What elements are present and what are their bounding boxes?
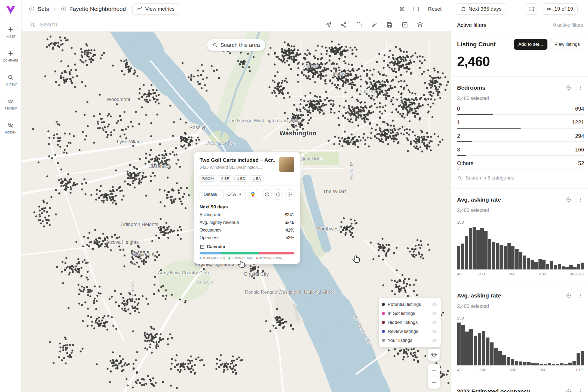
bedroom-label: Others [457, 160, 473, 166]
breadcrumb-sets[interactable]: Sets [38, 6, 49, 12]
add-square-icon[interactable] [401, 21, 409, 29]
google-maps-button[interactable] [248, 189, 258, 200]
ota-button[interactable]: OTA [223, 189, 246, 200]
target-icon[interactable] [565, 84, 572, 91]
legend-dot [382, 321, 385, 324]
listing-count-value: 2,460 [457, 54, 584, 69]
view-listings-button[interactable]: View listings [550, 39, 584, 50]
eye-icon[interactable] [432, 302, 437, 307]
histogram[interactable] [457, 226, 584, 270]
divider [451, 380, 588, 380]
save-icon[interactable] [385, 21, 394, 29]
stat-row: Openness52% [200, 235, 294, 240]
bedrooms-title: Bedrooms [457, 84, 485, 91]
layers-icon[interactable] [416, 21, 424, 29]
stat-row: Occupancy41% [200, 228, 294, 233]
occupancy-section-header: 2023 Estimated occupancy [457, 388, 584, 392]
eye-icon[interactable] [432, 338, 437, 343]
target-icon[interactable] [565, 292, 572, 299]
zoom-in-button[interactable] [428, 364, 440, 376]
category-search-input[interactable] [465, 175, 584, 181]
rail-item-in-set[interactable]: IN SET [5, 26, 16, 38]
rail-item-in-view[interactable]: IN VIEW [5, 74, 17, 86]
map-legend: Potential listingsIn Set listingsHidden … [379, 298, 441, 347]
add-to-set-button[interactable]: Add to set... [514, 39, 547, 50]
eye-icon [7, 98, 14, 105]
next-365-days-button[interactable]: Next 365 days [456, 3, 506, 15]
panel-toggle-icon[interactable] [411, 3, 422, 15]
view-metrics-button[interactable]: View metrics [132, 3, 179, 15]
map-canvas[interactable]: WoodmontRosslynLyon VillageClarendonArli… [22, 32, 451, 392]
calendar-bar [200, 252, 294, 254]
zoom-controls [428, 364, 440, 389]
y-axis-max: 180 [457, 220, 584, 224]
block-listing-icon[interactable] [262, 189, 272, 200]
rail-item-review[interactable]: REVIEW [4, 98, 17, 110]
search-input[interactable] [39, 21, 321, 28]
bedroom-label: 3 [457, 146, 460, 153]
rail-item-label: HIDDEN [5, 131, 17, 134]
listing-tag: 1 BD [234, 175, 248, 182]
external-link-icon [238, 193, 242, 197]
reset-button[interactable]: Reset [425, 6, 445, 12]
fullscreen-button[interactable] [526, 3, 537, 15]
bedroom-row[interactable]: Others52 [457, 160, 584, 169]
add-listing-icon[interactable] [285, 189, 294, 200]
target-icon[interactable] [565, 388, 572, 392]
breadcrumb-current[interactable]: Fayette Neighborhood [69, 6, 126, 12]
eye-icon[interactable] [432, 311, 437, 316]
send-icon[interactable] [324, 21, 333, 29]
draw-pencil-icon[interactable] [370, 21, 378, 29]
search-this-area-button[interactable]: Search this area [207, 39, 265, 51]
right-panel-header: Next 365 days 19 of 19 [451, 0, 588, 18]
calendar-link[interactable]: Calendar [200, 244, 294, 249]
target-icon[interactable] [565, 196, 572, 203]
listing-stats: Asking rate$241Avg. nightly revenue$246O… [200, 212, 294, 240]
bedroom-label: 0 [457, 105, 460, 112]
kebab-menu-icon[interactable] [577, 84, 584, 91]
locate-icon [431, 351, 437, 358]
plus-icon [7, 50, 14, 57]
x-axis-ticks: 433006009001311 [457, 367, 584, 373]
eye-icon[interactable] [432, 320, 437, 325]
kebab-menu-icon[interactable] [577, 196, 584, 203]
rail-item-hidden[interactable]: HIDDEN [5, 122, 17, 134]
bedroom-row[interactable]: 0694 [457, 105, 584, 115]
legend-item: Review listings [382, 327, 437, 336]
visible-count-badge[interactable]: 19 of 19 [542, 3, 578, 15]
metrics-icon [137, 6, 143, 12]
bedroom-row[interactable]: 11221 [457, 119, 584, 129]
legend-label: Potential listings [388, 302, 421, 307]
legend-item: Potential listings [382, 300, 437, 309]
eye-off-icon [7, 122, 14, 129]
bedroom-row[interactable]: 2294 [457, 133, 584, 142]
divider [451, 188, 588, 189]
svg-text:?: ? [278, 193, 279, 196]
listing-tag: 0 BR [219, 175, 232, 182]
plus-icon [7, 26, 14, 33]
app-logo[interactable] [5, 5, 16, 14]
legend-label: Review listings [388, 329, 418, 334]
details-button[interactable]: Details [200, 189, 221, 200]
settings-gear-icon[interactable] [396, 3, 408, 15]
kebab-menu-icon[interactable] [577, 292, 584, 299]
kebab-menu-icon[interactable] [577, 388, 584, 392]
legend-item: Your listings [382, 336, 437, 345]
listing-count-label: Listing Count [457, 41, 496, 48]
calendar-icon [200, 244, 205, 249]
asking-rate-section: Avg. asking rate 2,460 selected 180 4020… [457, 196, 584, 277]
bedroom-row[interactable]: 3166 [457, 146, 584, 156]
legend-dot [382, 303, 385, 306]
rail-item-compare[interactable]: COMPARE [3, 50, 19, 62]
histogram[interactable] [457, 322, 584, 366]
search-icon [7, 74, 14, 81]
zoom-out-button[interactable] [428, 376, 440, 389]
eye-icon[interactable] [432, 329, 437, 334]
legend-dot [382, 339, 385, 342]
listing-photo[interactable] [279, 157, 294, 172]
share-graph-icon[interactable] [340, 21, 348, 29]
select-area-icon[interactable] [355, 21, 363, 29]
help-icon[interactable]: ? [274, 189, 283, 200]
bedroom-label: 1 [457, 119, 460, 126]
locate-button[interactable] [428, 349, 440, 361]
